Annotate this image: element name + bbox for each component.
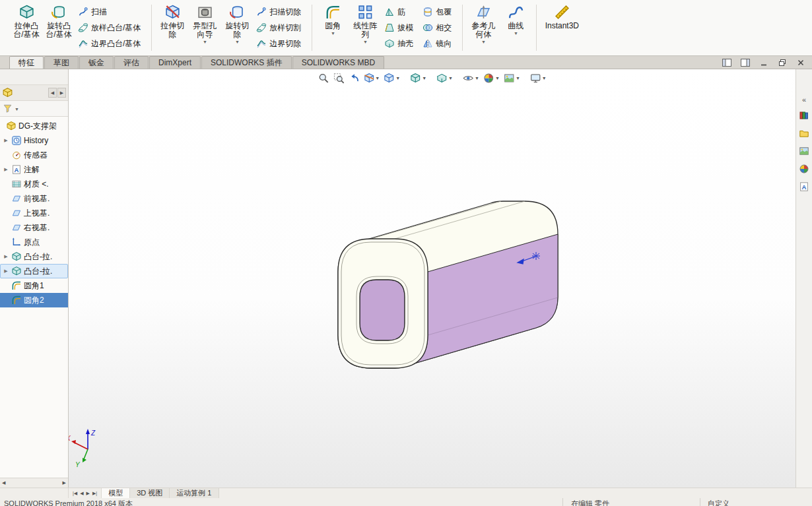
custom-properties-tab[interactable] bbox=[798, 181, 810, 193]
panel-prev-button[interactable]: ◀ bbox=[48, 88, 57, 98]
shell-button[interactable]: 抽壳 bbox=[382, 36, 419, 51]
revolved-cut-button[interactable]: 旋转切除 ▼ bbox=[221, 1, 253, 55]
feature-manager-tab-icon[interactable] bbox=[2, 87, 13, 98]
tree-item-material[interactable]: 材质 <. bbox=[0, 177, 68, 191]
tree-item-right-plane[interactable]: 右视基. bbox=[0, 220, 68, 235]
mirror-button[interactable]: 镜向 bbox=[420, 36, 457, 51]
scroll-right-icon[interactable]: ▶ bbox=[63, 480, 66, 486]
boundary-boss-button[interactable]: 边界凸台/基体 bbox=[75, 36, 147, 51]
revolved-boss-base-button[interactable]: 旋转凸台/基体 bbox=[43, 1, 75, 55]
scroll-left-icon[interactable]: ◀ bbox=[2, 480, 5, 486]
view-settings-button[interactable]: ▼ bbox=[528, 71, 549, 85]
dropdown-arrow-icon[interactable]: ▼ bbox=[331, 31, 335, 36]
tree-item-annotations[interactable]: ▶ 注解 bbox=[0, 162, 68, 177]
minimize-button[interactable] bbox=[759, 58, 768, 67]
collapse-task-pane-button[interactable]: « bbox=[802, 96, 806, 104]
tab-features[interactable]: 特征 bbox=[9, 56, 44, 69]
tab-evaluate[interactable]: 评估 bbox=[114, 56, 149, 69]
apply-scene-button[interactable]: ▼ bbox=[502, 71, 522, 85]
view-orientation-button[interactable]: ▼ bbox=[408, 71, 428, 85]
customize-status-button[interactable]: 自定义 bbox=[708, 499, 729, 506]
model-hole-interior[interactable] bbox=[360, 280, 405, 340]
zoom-fit-button[interactable] bbox=[316, 71, 331, 85]
tree-item-part-root[interactable]: DG-支撑架 bbox=[0, 119, 68, 133]
expand-arrow-icon[interactable]: ▶ bbox=[3, 138, 9, 143]
tab-scroll-last-button[interactable]: ▶| bbox=[92, 491, 97, 496]
zoom-to-area-button[interactable] bbox=[331, 71, 346, 85]
dropdown-arrow-icon[interactable]: ▼ bbox=[235, 40, 240, 44]
tree-item-fillet1[interactable]: 圆角1 bbox=[0, 278, 68, 293]
tree-item-sensors[interactable]: 传感器 bbox=[0, 148, 68, 162]
tab-sketch[interactable]: 草图 bbox=[44, 56, 79, 69]
boundary-cut-button[interactable]: 边界切除 bbox=[254, 36, 307, 51]
feature-tree-filter[interactable]: ▼ bbox=[0, 101, 68, 117]
view-palette-tab[interactable] bbox=[798, 145, 810, 157]
previous-view-button[interactable] bbox=[346, 71, 361, 85]
dropdown-arrow-icon[interactable]: ▼ bbox=[514, 31, 518, 36]
pane-left-button[interactable] bbox=[722, 58, 731, 67]
dropdown-arrow-icon[interactable]: ▼ bbox=[203, 40, 207, 44]
extruded-cut-button[interactable]: 拉伸切除 bbox=[156, 1, 188, 55]
hide-show-items-button[interactable]: ▼ bbox=[461, 71, 481, 85]
model-tab[interactable]: 模型 bbox=[102, 488, 130, 498]
model-3d-part[interactable]: Z X Y bbox=[69, 69, 795, 488]
instant3d-button[interactable]: Instant3D bbox=[541, 1, 582, 55]
chevron-down-icon[interactable]: ▼ bbox=[516, 76, 520, 80]
reference-geometry-button[interactable]: 参考几何体 ▼ bbox=[467, 1, 499, 55]
tab-dimxpert[interactable]: DimXpert bbox=[149, 56, 201, 69]
curves-button[interactable]: 曲线 ▼ bbox=[500, 1, 531, 55]
expand-arrow-icon[interactable]: ▶ bbox=[3, 269, 9, 274]
rib-button[interactable]: 筋 bbox=[382, 5, 419, 19]
hole-wizard-button[interactable]: 异型孔向导 ▼ bbox=[189, 1, 220, 55]
motion-study-tab[interactable]: 运动算例 1 bbox=[170, 488, 219, 498]
intersect-button[interactable]: 相交 bbox=[420, 20, 457, 35]
linear-pattern-button[interactable]: 线性阵列 ▼ bbox=[349, 1, 381, 55]
expand-arrow-icon[interactable]: ▶ bbox=[3, 254, 9, 259]
chevron-down-icon[interactable]: ▼ bbox=[495, 76, 500, 80]
tab-sheet-metal[interactable]: 钣金 bbox=[79, 56, 114, 69]
swept-boss-button[interactable]: 扫描 bbox=[75, 5, 147, 19]
tree-item-front-plane[interactable]: 前视基. bbox=[0, 191, 68, 206]
expand-arrow-icon[interactable]: ▶ bbox=[3, 167, 9, 172]
chevron-down-icon[interactable]: ▼ bbox=[448, 76, 453, 80]
3d-drawing-view-button[interactable]: ▼ bbox=[382, 71, 402, 85]
graphics-viewport[interactable]: Z X Y ▼ ▼ ▼ ▼ ▼ ▼ ▼ ▼ bbox=[69, 69, 795, 488]
tree-item-boss-extrude2[interactable]: ▶ 凸台-拉. bbox=[0, 264, 68, 278]
tree-item-fillet2[interactable]: 圆角2 bbox=[0, 293, 68, 307]
file-explorer-tab[interactable] bbox=[798, 127, 810, 139]
extruded-boss-base-button[interactable]: 拉伸凸台/基体 bbox=[11, 1, 42, 55]
dropdown-arrow-icon[interactable]: ▼ bbox=[363, 40, 368, 44]
tree-item-top-plane[interactable]: 上视基. bbox=[0, 206, 68, 220]
section-view-button[interactable]: ▼ bbox=[361, 71, 382, 85]
panel-next-button[interactable]: ▶ bbox=[57, 88, 66, 98]
chevron-down-icon[interactable]: ▼ bbox=[375, 76, 380, 80]
appearances-scenes-tab[interactable] bbox=[798, 163, 810, 175]
draft-button[interactable]: 拔模 bbox=[382, 20, 419, 35]
tab-scroll-prev-button[interactable]: ◀ bbox=[80, 491, 83, 496]
dropdown-arrow-icon[interactable]: ▼ bbox=[481, 40, 486, 44]
chevron-down-icon[interactable]: ▼ bbox=[542, 76, 547, 80]
lofted-boss-button[interactable]: 放样凸台/基体 bbox=[75, 20, 147, 35]
tab-solidworks-mbd[interactable]: SOLIDWORKS MBD bbox=[292, 56, 384, 69]
tree-item-history[interactable]: ▶ History bbox=[0, 133, 68, 148]
lofted-cut-button[interactable]: 放样切割 bbox=[254, 20, 307, 35]
tree-item-origin[interactable]: 原点 bbox=[0, 235, 68, 249]
3d-views-tab[interactable]: 3D 视图 bbox=[130, 488, 170, 498]
panel-horizontal-scrollbar[interactable]: ◀ ▶ bbox=[0, 478, 68, 488]
wrap-button[interactable]: 包覆 bbox=[420, 5, 457, 19]
tree-item-boss-extrude1[interactable]: ▶ 凸台-拉. bbox=[0, 249, 68, 264]
restore-button[interactable] bbox=[777, 58, 787, 67]
edit-appearance-button[interactable]: ▼ bbox=[481, 71, 502, 85]
pane-right-button[interactable] bbox=[740, 58, 750, 67]
tab-scroll-next-button[interactable]: ▶ bbox=[86, 491, 90, 496]
fillet-button[interactable]: 圆角 ▼ bbox=[317, 1, 349, 55]
display-style-button[interactable]: ▼ bbox=[434, 71, 455, 85]
close-button[interactable] bbox=[795, 58, 805, 67]
chevron-down-icon[interactable]: ▼ bbox=[395, 76, 400, 80]
design-library-tab[interactable] bbox=[798, 110, 810, 121]
chevron-down-icon[interactable]: ▼ bbox=[475, 76, 479, 80]
swept-cut-button[interactable]: 扫描切除 bbox=[254, 5, 307, 19]
tab-scroll-first-button[interactable]: |◀ bbox=[73, 491, 77, 496]
tab-solidworks-addins[interactable]: SOLIDWORKS 插件 bbox=[201, 56, 292, 69]
chevron-down-icon[interactable]: ▼ bbox=[422, 76, 426, 80]
